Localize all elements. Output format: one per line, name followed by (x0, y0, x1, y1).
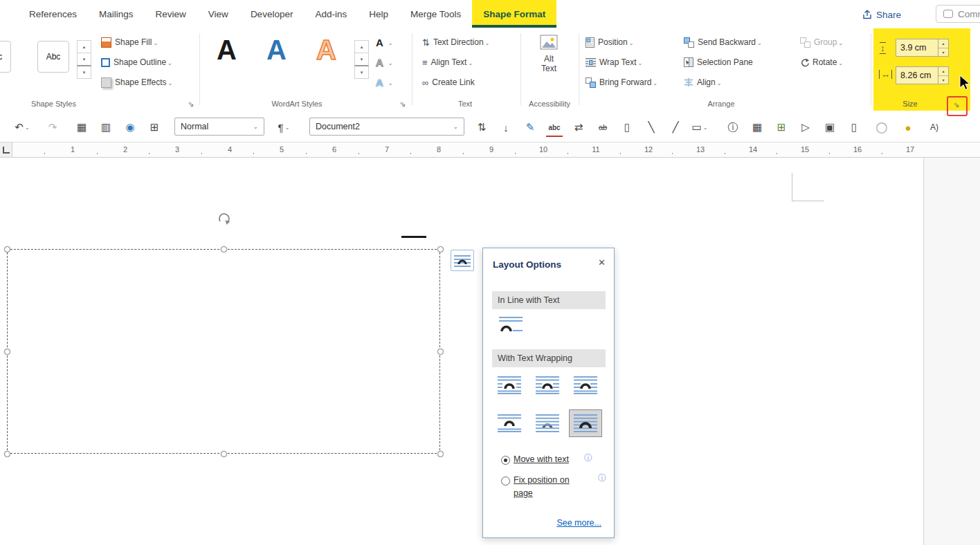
close-icon[interactable]: ✕ (598, 257, 606, 268)
fix-position-info-icon[interactable]: ⓘ (598, 474, 606, 482)
shape-style-preset[interactable]: Abc (0, 41, 11, 73)
page-down-icon[interactable]: ↓ (498, 119, 514, 136)
shape-height-field[interactable]: 3.9 cm (896, 39, 938, 57)
resize-handle-middle-right[interactable] (437, 349, 444, 355)
tab-references[interactable]: References (18, 0, 88, 28)
text-effects-button[interactable]: A (376, 75, 393, 90)
wrap-text-button[interactable]: Wrap Text (586, 55, 642, 70)
width-spinner[interactable]: ▴ ▾ (938, 66, 949, 84)
pilcrow-icon[interactable]: ¶ (275, 119, 292, 136)
text-direction-button[interactable]: ⇅ Text Direction (422, 35, 489, 50)
resize-handle-bottom-left[interactable] (4, 451, 10, 457)
line-spacing-icon[interactable]: ⇅ (473, 119, 490, 136)
wrap-option-top-bottom[interactable] (493, 409, 526, 437)
tab-review[interactable]: Review (145, 0, 197, 28)
backslash-line-icon[interactable]: ╲ (643, 119, 660, 136)
spin-up-icon[interactable]: ▴ (938, 39, 948, 48)
resize-handle-bottom-right[interactable] (437, 451, 444, 457)
tab-merge-tools[interactable]: Merge Tools (399, 0, 472, 28)
gallery-up-button[interactable]: ▴ (77, 40, 91, 53)
wrap-option-tight[interactable] (531, 371, 564, 399)
grid-icon[interactable]: ▦ (749, 119, 765, 136)
tab-help[interactable]: Help (358, 0, 399, 28)
move-with-text-info-icon[interactable]: ⓘ (584, 454, 592, 462)
comments-button[interactable]: Comments (936, 5, 980, 23)
next-page-icon[interactable]: ▷ (797, 119, 814, 136)
shape-style-preset[interactable]: Abc (37, 41, 69, 73)
record-macro-icon[interactable]: ◉ (122, 119, 138, 136)
resize-handle-top-left[interactable] (4, 246, 10, 252)
circle-icon[interactable]: ◯ (873, 119, 890, 136)
resize-handle-middle-left[interactable] (4, 349, 10, 355)
tab-stop-selector[interactable] (0, 142, 12, 157)
group-button[interactable]: Group (800, 35, 843, 50)
document-dropdown[interactable]: Document2 (309, 118, 464, 136)
blank-page-icon[interactable]: ▯ (619, 119, 635, 136)
redo-icon[interactable]: ↷ (44, 119, 61, 136)
print-layout-icon[interactable]: ▣ (822, 119, 838, 136)
text-frame-icon[interactable]: ▭ (691, 119, 708, 136)
height-spinner[interactable]: ▴ ▾ (938, 39, 949, 57)
slash-line-icon[interactable]: ╱ (667, 119, 684, 136)
spell-check-icon[interactable]: abc (546, 119, 563, 137)
wordart-sample-blue[interactable]: A (266, 36, 287, 64)
shape-width-field[interactable]: 8.26 cm (896, 66, 938, 84)
layout-options-button[interactable] (451, 250, 474, 271)
undo-icon[interactable]: ↶ (14, 119, 30, 136)
fix-position-label[interactable]: Fix position on page (514, 474, 583, 500)
add-table-icon[interactable]: ⊞ (773, 119, 790, 136)
bring-forward-button[interactable]: Bring Forward (586, 75, 657, 90)
shape-effects-button[interactable]: Shape Effects (101, 75, 172, 90)
gallery-more-button[interactable]: ▾ (77, 65, 91, 79)
rotate-handle[interactable] (217, 211, 232, 226)
strikethrough-icon[interactable]: ab (595, 119, 611, 136)
wrap-option-through[interactable] (569, 371, 602, 399)
doc-info-icon[interactable]: ⓘ (725, 119, 741, 136)
edit-pen-icon[interactable]: ✎ (522, 119, 538, 136)
gallery-down-button[interactable]: ▾ (354, 53, 369, 66)
spin-down-icon[interactable]: ▾ (938, 76, 948, 84)
selected-text-box[interactable] (7, 249, 440, 454)
wrap-option-square[interactable] (493, 371, 526, 399)
shape-fill-button[interactable]: Shape Fill (101, 35, 158, 50)
position-button[interactable]: Position (586, 35, 633, 50)
move-with-text-label[interactable]: Move with text (514, 453, 569, 466)
shape-outline-button[interactable]: Shape Outline (101, 55, 172, 70)
tab-add-ins[interactable]: Add-ins (304, 0, 358, 28)
resize-handle-top-right[interactable] (437, 246, 444, 252)
page-icon[interactable]: ▯ (846, 119, 862, 136)
gallery-more-button[interactable]: ▾ (354, 65, 369, 79)
wordart-sample-outline[interactable]: A (316, 36, 336, 64)
style-dropdown[interactable]: Normal (174, 118, 264, 136)
wordart-sample-fill[interactable]: A (217, 36, 237, 64)
text-outline-button[interactable]: A (376, 55, 393, 70)
translate-icon[interactable]: ⇄ (570, 119, 587, 136)
read-aloud-icon[interactable]: A) (926, 119, 943, 136)
wrap-option-inline[interactable] (494, 312, 527, 340)
send-backward-button[interactable]: Send Backward (684, 35, 762, 50)
spin-down-icon[interactable]: ▾ (938, 48, 948, 57)
share-button[interactable]: Share (862, 6, 901, 24)
selection-pane-button[interactable]: Selection Pane (684, 55, 753, 70)
resize-handle-bottom-middle[interactable] (221, 451, 227, 457)
gallery-down-button[interactable]: ▾ (77, 53, 91, 66)
spin-up-icon[interactable]: ▴ (938, 67, 948, 76)
see-more-link[interactable]: See more... (556, 518, 601, 528)
insert-table-icon[interactable]: ⊞ (146, 119, 163, 136)
alt-text-button[interactable]: Alt Text (529, 35, 568, 73)
accent-circle-icon[interactable]: ● (900, 119, 916, 136)
tab-shape-format[interactable]: Shape Format (472, 0, 556, 28)
tab-developer[interactable]: Developer (239, 0, 305, 28)
align-text-button[interactable]: ≡ Align Text (422, 55, 473, 70)
align-button[interactable]: Align (684, 75, 721, 90)
text-fill-button[interactable]: A (376, 35, 393, 50)
table-borders-icon[interactable]: ▦ (73, 119, 90, 136)
wrap-option-in-front[interactable] (569, 409, 602, 437)
resize-handle-top-middle[interactable] (221, 246, 227, 252)
create-link-button[interactable]: ∞ Create Link (422, 75, 475, 90)
gallery-up-button[interactable]: ▴ (354, 40, 369, 53)
move-with-text-radio[interactable] (501, 456, 510, 465)
wrap-option-behind-text[interactable] (531, 409, 564, 437)
tab-mailings[interactable]: Mailings (88, 0, 145, 28)
tab-view[interactable]: View (197, 0, 239, 28)
